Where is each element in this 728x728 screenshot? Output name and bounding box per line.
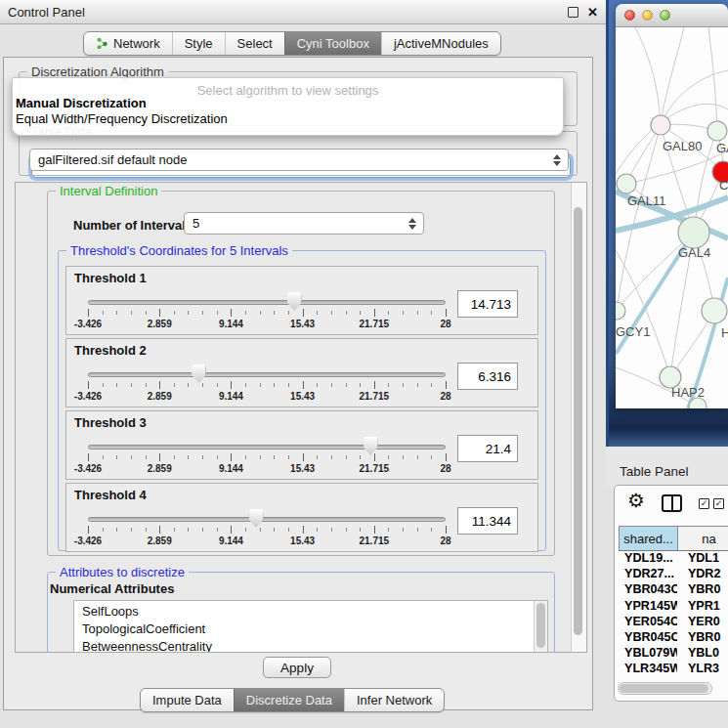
cell-name[interactable]: YIL0 <box>677 678 728 680</box>
table-rows: YDL19...YDL1YDR27...YDR2YBR043CYBR0YPR14… <box>619 551 728 679</box>
cell-shared-name[interactable]: YDR27... <box>619 567 677 582</box>
node-gcy1[interactable] <box>616 302 625 320</box>
tab-infer-network[interactable]: Infer Network <box>344 689 444 711</box>
table-row[interactable]: YPR145WYPR1 <box>619 599 728 615</box>
tick-label: -3.426 <box>74 319 102 329</box>
cell-name[interactable]: YDL1 <box>677 551 728 567</box>
minimize-traffic-light-icon[interactable] <box>642 10 653 21</box>
table-row[interactable]: YIL053CYIL0 <box>619 678 728 680</box>
cell-name[interactable]: YPR1 <box>677 599 728 615</box>
tick-label: 15.43 <box>290 463 315 474</box>
threshold-value-field[interactable]: 21.4 <box>457 435 518 462</box>
tab-jactivemnodules[interactable]: jActiveMNodules <box>381 32 500 55</box>
cell-shared-name[interactable]: YPR145W <box>619 599 677 615</box>
threshold-value-field[interactable]: 6.316 <box>457 363 518 390</box>
checkbox-icon[interactable]: ✓ <box>699 498 709 509</box>
threshold-value-field[interactable]: 14.713 <box>457 290 518 318</box>
close-traffic-light-icon[interactable] <box>624 10 635 21</box>
node-gal4[interactable] <box>678 217 709 248</box>
zoom-traffic-light-icon[interactable] <box>660 10 670 21</box>
threshold-slider[interactable]: -3.4262.8599.14415.4321.71528 <box>88 364 446 406</box>
table-row[interactable]: YBL079WYBL0 <box>619 646 728 662</box>
table-row[interactable]: YER054CYER0 <box>619 615 728 630</box>
tab-label: Cyni Toolbox <box>297 36 369 51</box>
tick-label: 15.43 <box>290 535 315 546</box>
tab-network[interactable]: Network <box>84 32 172 55</box>
control-panel-title: Control Panel <box>8 5 85 20</box>
algorithm-option[interactable]: Manual Discretization <box>16 96 147 110</box>
cell-shared-name[interactable]: YLR345W <box>619 662 677 677</box>
column-header-name[interactable]: na <box>678 527 728 550</box>
table-row[interactable]: YDL19...YDL1 <box>619 551 728 567</box>
cell-shared-name[interactable]: YER054C <box>619 615 677 630</box>
tick-label: 15.43 <box>290 391 315 402</box>
attributes-list[interactable]: SelfLoopsTopologicalCoefficientBetweenne… <box>73 600 548 653</box>
table-row[interactable]: YDR27...YDR2 <box>619 567 728 582</box>
checkbox-icon[interactable]: ✓ <box>713 498 724 509</box>
slider-track[interactable] <box>88 517 446 522</box>
slider-track[interactable] <box>88 445 446 450</box>
top-tab-row: NetworkStyleSelectCyni ToolboxjActiveMNo… <box>0 24 606 57</box>
table-hscrollbar-thumb[interactable] <box>620 684 708 693</box>
cell-shared-name[interactable]: YBR043C <box>619 582 677 598</box>
threshold-slider[interactable]: -3.4262.8599.14415.4321.71528 <box>88 292 446 333</box>
table-panel-box: ⚙ ✓ ✓ shared... na YDL19...YDL1YDR27...Y… <box>614 485 728 702</box>
attribute-list-item[interactable]: TopologicalCoefficient <box>74 621 547 638</box>
table-horizontal-scrollbar[interactable] <box>618 682 712 695</box>
node-top-right[interactable] <box>707 121 727 141</box>
apply-button[interactable]: Apply <box>263 657 331 678</box>
cell-shared-name[interactable]: YBR045C <box>619 630 677 646</box>
bottom-tabs: Impute DataDiscretize DataInfer Network <box>140 688 445 712</box>
tick-label: 21.715 <box>360 391 390 402</box>
threshold-value-field[interactable]: 11.344 <box>457 507 518 535</box>
network-canvas[interactable]: GAL80 GA C GAL11 GAL4 GCY1 H HAP2 <box>616 27 728 408</box>
tab-select[interactable]: Select <box>225 32 284 55</box>
attribute-list-item[interactable]: SelfLoops <box>74 603 547 621</box>
number-of-intervals-spinner[interactable]: 5 <box>184 212 424 235</box>
tab-impute-data[interactable]: Impute Data <box>141 689 234 711</box>
settings-scrollbar-thumb[interactable] <box>574 207 582 635</box>
attributes-list-scrollbar[interactable] <box>534 601 547 653</box>
attributes-scrollbar-thumb[interactable] <box>536 603 545 648</box>
cell-name[interactable]: YDR2 <box>677 567 728 582</box>
table-row[interactable]: YLR345WYLR3 <box>619 662 728 677</box>
cell-name[interactable]: YER0 <box>677 615 728 630</box>
attribute-list-item[interactable]: BetweennessCentrality <box>74 638 547 653</box>
table-row[interactable]: YBR043CYBR0 <box>619 582 728 598</box>
tab-label: Style <box>185 36 213 51</box>
column-header-shared-name[interactable]: shared... <box>619 527 678 550</box>
split-columns-icon[interactable] <box>662 494 682 512</box>
tick-label: 9.144 <box>219 391 243 402</box>
settings-vertical-scrollbar[interactable] <box>571 183 586 652</box>
cell-name[interactable]: YBR0 <box>677 630 728 646</box>
spinner-stepper-icon[interactable] <box>408 218 416 230</box>
cell-shared-name[interactable]: YDL19... <box>619 551 677 567</box>
slider-track[interactable] <box>88 372 446 377</box>
tick-label: 9.144 <box>219 463 243 474</box>
node-gal80[interactable] <box>651 115 670 135</box>
threshold-slider[interactable]: -3.4262.8599.14415.4321.71528 <box>88 509 446 550</box>
tick-label: 28 <box>440 463 450 474</box>
threshold-panel-1: Threshold 1 -3.4262.8599.14415.4321.7152… <box>65 266 538 335</box>
node-right[interactable] <box>702 298 727 323</box>
tab-label: jActiveMNodules <box>394 36 489 51</box>
network-view-area: GAL80 GA C GAL11 GAL4 GCY1 H HAP2 <box>606 0 728 447</box>
cell-name[interactable]: YBR0 <box>677 582 728 598</box>
cell-name[interactable]: YLR3 <box>677 662 728 677</box>
node-gal11[interactable] <box>617 174 636 193</box>
cell-shared-name[interactable]: YIL053C <box>619 678 677 680</box>
slider-track[interactable] <box>88 300 446 305</box>
gear-icon[interactable]: ⚙ <box>627 489 645 512</box>
table-row[interactable]: YBR045CYBR0 <box>619 630 728 646</box>
cell-shared-name[interactable]: YBL079W <box>619 646 677 662</box>
tab-cyni-toolbox[interactable]: Cyni Toolbox <box>284 32 381 55</box>
tab-discretize-data[interactable]: Discretize Data <box>234 689 344 711</box>
close-icon[interactable]: ✕ <box>587 6 598 19</box>
tab-style[interactable]: Style <box>172 32 225 55</box>
float-window-icon[interactable] <box>568 7 578 18</box>
table-data-combobox[interactable]: galFiltered.sif default node <box>29 149 569 171</box>
algorithm-option[interactable]: Equal Width/Frequency Discretization <box>16 111 228 126</box>
cell-name[interactable]: YBL0 <box>677 646 728 662</box>
combo-stepper-icon[interactable] <box>553 154 561 166</box>
threshold-slider[interactable]: -3.4262.8599.14415.4321.71528 <box>88 437 446 478</box>
